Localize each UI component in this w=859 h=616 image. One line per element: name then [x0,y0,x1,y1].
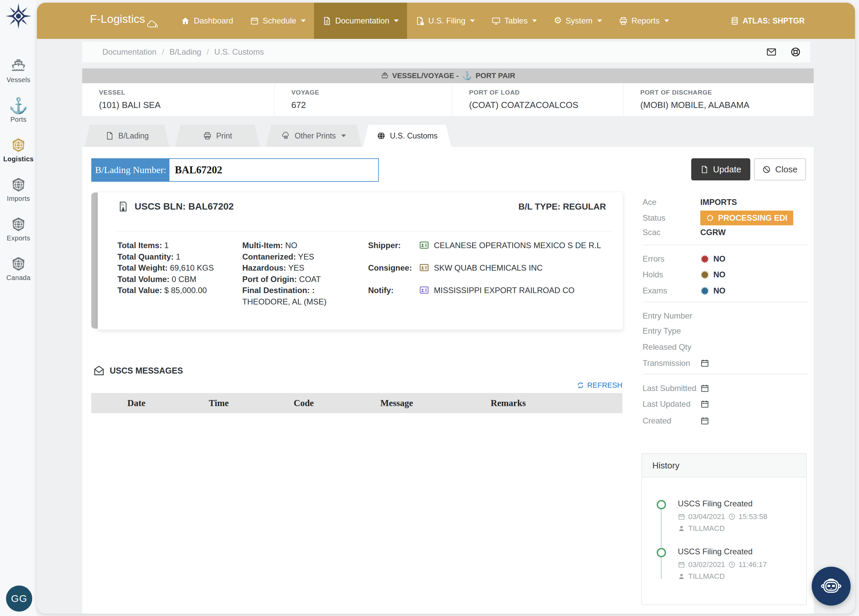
sidebar-item-logistics[interactable]: Logistics [3,137,34,163]
ship-icon [10,58,27,75]
caret-down-icon [301,19,306,22]
tab-print[interactable]: Print [175,125,260,147]
tab-label: U.S. Customs [390,131,437,140]
attributes-column: Multi-Item: NO Contanerized: YES Hazardo… [242,240,368,307]
breadcrumb-item[interactable]: U.S. Customs [201,47,264,57]
file-icon [105,131,114,140]
refresh-icon [577,382,584,389]
close-button[interactable]: Close [754,158,806,180]
party-value: SKW QUAB CHEMICALS INC [434,262,543,273]
port-of-discharge-cell: PORT OF DISCHARGE (MOBI) MOBILE, ALABAMA [623,83,814,116]
nav-schedule[interactable]: Schedule [242,3,314,39]
clock-icon [728,513,736,521]
tab-us-customs[interactable]: U.S. Customs [363,125,451,147]
totals-column: Total Items: 1 Total Quantity: 1 Total W… [117,240,242,307]
sidebar-item-canada[interactable]: Canada [6,256,31,282]
database-icon [730,16,739,25]
status-row: Status PROCESSING EDI [643,211,807,225]
compass-logo-icon [5,2,32,31]
spinner-icon [706,214,714,222]
col-time: Time [181,398,256,409]
caret-down-icon [470,19,475,22]
printer-icon [203,131,212,140]
chatbot-button[interactable] [812,567,851,606]
refresh-label: REFRESH [587,381,622,390]
nav-dashboard[interactable]: Dashboard [172,3,241,39]
col-date: Date [91,398,181,409]
nav-reports[interactable]: Reports [611,3,678,39]
nav-tables[interactable]: Tables [483,3,545,39]
update-button[interactable]: Update [691,158,750,180]
sidebar-item-vessels[interactable]: Vessels [6,58,30,84]
nav-documentation[interactable]: Documentation [314,3,407,39]
nav-label: Tables [504,16,528,25]
history-panel: History USCS Filing Created 03/04/2021 1… [642,453,807,605]
sidebar-item-exports[interactable]: Exports [7,216,30,242]
notify-row: Notify: MISSISSIPPI EXPORT RAILROAD CO [368,285,611,296]
cloud-signal-icon [146,20,158,29]
update-label: Update [713,164,741,175]
history-entry-time: 11:46:17 [739,560,767,569]
parties-column: Shipper: CELANESE OPERATIONS MEXICO S DE… [368,240,611,307]
brand-title: F-Logistics [90,12,145,25]
timeline-line [661,504,662,579]
transmission-row: Transmission [643,357,807,369]
tab-label: B/Lading [119,131,149,140]
breadcrumb-item[interactable]: B/Lading [156,47,201,57]
home-icon [181,16,190,25]
anchor-icon: ⚓ [10,97,27,114]
caret-down-icon [597,19,602,22]
user-avatar[interactable]: GG [6,585,32,611]
field-value: (101) BALI SEA [99,100,274,110]
rail-nav: Vessels ⚓ Ports Logistics Imports Export… [0,58,37,282]
created-row: Created [643,415,807,427]
nav-label: U.S. Filing [428,16,465,25]
seal-icon [700,270,709,279]
top-navigation: F-Logistics Dashboard Schedule Documenta… [37,3,855,39]
caret-down-icon [394,19,398,22]
field-value: 672 [291,100,452,110]
field-label: PORT OF LOAD [469,89,623,96]
breadcrumb-item[interactable]: Documentation [102,47,156,57]
sidebar-item-imports[interactable]: Imports [7,176,30,203]
atlas-workspace[interactable]: ATLAS: SHPTGR [730,16,804,25]
refresh-link[interactable]: REFRESH [577,381,622,390]
printer-icon [619,16,628,25]
nav-label: Schedule [263,16,296,25]
consignee-row: Consignee: SKW QUAB CHEMICALS INC [368,262,611,273]
messages-table-header: Date Time Code Message Remarks [91,393,622,413]
file-icon [700,165,709,174]
calendar-icon [678,561,685,568]
avatar-initials: GG [11,593,28,604]
tab-blading[interactable]: B/Lading [84,125,169,147]
envelope-icon[interactable] [766,47,777,57]
seal-icon [700,254,709,264]
cargo-globe-icon [10,137,27,154]
tab-label: Other Prints [295,131,336,140]
sidebar-item-ports[interactable]: ⚓ Ports [10,97,27,123]
bln-details: Total Items: 1 Total Quantity: 1 Total W… [117,240,611,307]
brand[interactable]: F-Logistics [90,12,158,29]
user-icon [678,573,685,580]
bln-card: USCS BLN: BAL67202 B/L TYPE: REGULAR Tot… [98,192,623,330]
content-area: Documentation B/Lading U.S. Customs VESS… [37,39,855,614]
entry-type-row: Entry Type [643,325,807,337]
nav-us-filing[interactable]: U.S. Filing [407,3,483,39]
breadcrumb-actions [766,47,801,57]
sidebar-item-label: Canada [6,274,31,282]
history-timeline: USCS Filing Created 03/04/2021 15:53:58 … [642,477,806,605]
last-submitted-row: Last Submitted [643,383,807,394]
ace-row: Ace IMPORTS [643,196,807,208]
field-value: (MOBI) MOBILE, ALABAMA [640,100,814,110]
nav-system[interactable]: ⚙ System [545,3,610,39]
bl-number-input[interactable] [169,159,378,181]
party-label: Notify: [368,285,419,296]
vessel-cell: VESSEL (101) BALI SEA [82,83,275,116]
tab-other-prints[interactable]: Other Prints [266,125,362,147]
port-of-load-cell: PORT OF LOAD (COAT) COATZACOALCOS [452,83,623,116]
help-lifering-icon[interactable] [790,47,801,57]
last-updated-row: Last Updated [643,398,807,410]
entry-number-row: Entry Number [643,310,807,321]
uscs-messages-header: USCS MESSAGES [93,365,183,376]
id-card-icon [419,285,429,295]
